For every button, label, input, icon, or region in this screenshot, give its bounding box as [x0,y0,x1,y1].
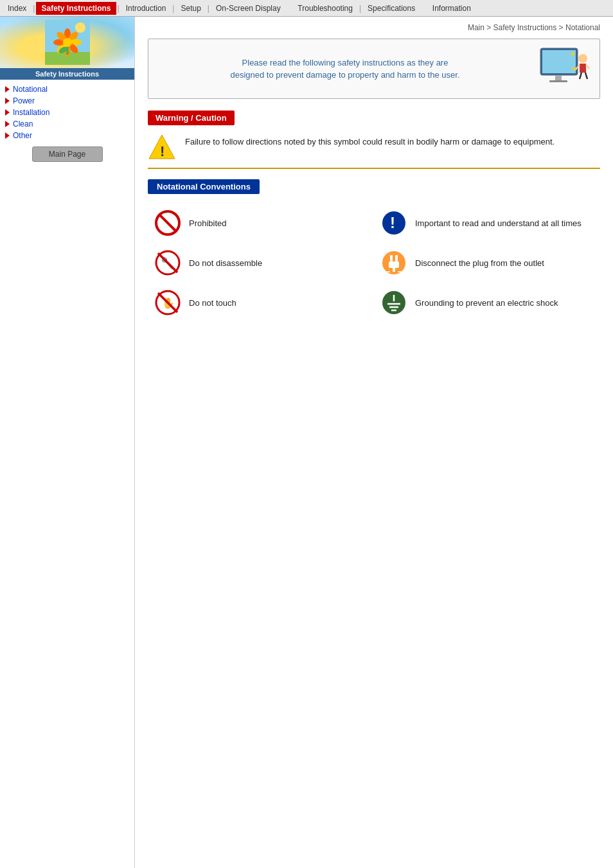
monitor-icon: ★ [539,47,591,91]
intro-text: Please read the following safety instruc… [157,57,533,82]
sidebar-item-power[interactable]: Power [3,95,132,107]
notational-grid: Prohibited ! Important to read and under… [148,203,600,323]
grounding-label: Grounding to prevent an electric shock [415,298,558,308]
nav-safety-instructions[interactable]: Safety Instructions [36,2,116,15]
svg-text:★: ★ [570,50,576,57]
arrow-icon [5,132,10,139]
svg-rect-37 [395,255,398,261]
nav-sep-5 [286,4,293,13]
nav-sep-2: | [116,4,121,13]
svg-rect-19 [580,64,586,73]
flower-icon [45,20,90,65]
notational-item-prohibited: Prohibited [148,203,374,243]
sidebar: Safety Instructions Notational Power Ins… [0,17,135,868]
nav-index[interactable]: Index [3,2,31,15]
important-icon: ! [380,209,407,236]
no-touch-label: Do not touch [189,298,236,308]
disconnect-icon [380,249,407,276]
svg-line-23 [580,73,582,79]
sidebar-item-clean[interactable]: Clean [3,118,132,130]
notational-header: Notational Conventions [148,179,260,194]
svg-rect-38 [389,261,399,268]
nav-specifications[interactable]: Specifications [362,2,420,15]
notational-item-grounding: Grounding to prevent an electric shock [374,283,600,323]
warning-row: ! Failure to follow directions noted by … [148,133,600,169]
sidebar-nav: Notational Power Installation Clean Othe… [0,80,134,171]
warning-header: Warning / Caution [148,111,235,125]
arrow-icon [5,109,10,116]
nav-sep-4: | [206,4,211,13]
nav-information[interactable]: Information [427,2,476,15]
svg-rect-39 [393,268,395,272]
nav-sep-3: | [171,4,175,13]
nav-introduction[interactable]: Introduction [121,2,172,15]
notational-item-no-disassemble: 🔧 Do not disassemble [148,243,374,283]
warning-section: Warning / Caution ! Failure to follow di… [148,111,600,169]
sidebar-item-installation[interactable]: Installation [3,107,132,118]
svg-point-2 [75,22,85,33]
warning-text: Failure to follow directions noted by th… [185,136,555,148]
intro-box: Please read the following safety instruc… [148,39,600,99]
notational-section: Notational Conventions Prohibited [148,179,600,323]
no-touch-icon: ✋ [154,289,181,316]
svg-rect-17 [549,80,567,82]
warning-triangle-icon: ! [148,133,176,161]
no-disassemble-label: Do not disassemble [189,258,262,268]
nav-sep-7 [420,4,427,13]
main-page-button[interactable]: Main Page [32,146,103,162]
arrow-icon [5,121,10,127]
sidebar-title: Safety Instructions [0,68,134,80]
monitor-svg: ★ [539,47,591,91]
breadcrumb: Main > Safety Instructions > Notational [148,23,600,32]
svg-line-24 [585,73,587,79]
page-body: Safety Instructions Notational Power Ins… [0,17,613,868]
nav-sep-6: | [358,4,362,13]
notational-item-disconnect: Disconnect the plug from the outlet [374,243,600,283]
grounding-icon [380,289,407,316]
sidebar-item-notational[interactable]: Notational [3,84,132,95]
nav-setup[interactable]: Setup [175,2,206,15]
svg-line-21 [586,65,589,69]
sidebar-item-other[interactable]: Other [3,130,132,141]
disconnect-label: Disconnect the plug from the outlet [415,258,544,268]
nav-troubleshooting[interactable]: Troubleshooting [292,2,358,15]
main-content: Main > Safety Instructions > Notational … [135,17,613,868]
notational-item-no-touch: ✋ Do not touch [148,283,374,323]
notational-item-important: ! Important to read and understand at al… [374,203,600,243]
arrow-icon [5,98,10,104]
arrow-icon [5,86,10,93]
svg-text:!: ! [160,143,164,159]
top-navigation: Index | Safety Instructions | Introducti… [0,0,613,17]
svg-rect-36 [390,255,393,261]
svg-point-11 [63,38,72,47]
svg-rect-16 [555,75,562,80]
svg-point-18 [578,54,587,63]
svg-text:!: ! [390,214,395,231]
nav-osd[interactable]: On-Screen Display [211,2,286,15]
important-label: Important to read and understand at all … [415,218,582,228]
prohibited-icon [154,209,181,236]
prohibited-label: Prohibited [189,218,227,228]
no-disassemble-icon: 🔧 [154,249,181,276]
nav-sep-1: | [31,4,36,13]
sidebar-image [0,17,134,68]
